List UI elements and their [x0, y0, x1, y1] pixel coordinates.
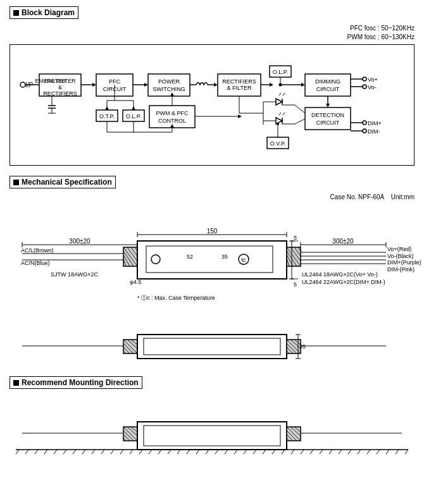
- svg-marker-89: [170, 124, 174, 128]
- svg-text:PWM & PFC: PWM & PFC: [156, 110, 189, 116]
- svg-text:5: 5: [294, 235, 297, 241]
- svg-line-192: [101, 450, 104, 454]
- svg-line-189: [73, 450, 76, 454]
- svg-marker-14: [92, 83, 96, 87]
- svg-line-219: [358, 450, 361, 454]
- svg-text:DIM-(Pink): DIM-(Pink): [387, 266, 415, 273]
- svg-text:150: 150: [207, 228, 218, 235]
- svg-text:35: 35: [299, 343, 306, 350]
- svg-text:UL2464 18AWG×2C(Vo+ Vo-): UL2464 18AWG×2C(Vo+ Vo-): [302, 271, 378, 278]
- svg-line-187: [54, 450, 57, 454]
- svg-text:tc: tc: [241, 257, 246, 263]
- mounting-diagram-svg: [9, 394, 415, 464]
- svg-line-224: [405, 450, 408, 454]
- svg-marker-64: [276, 118, 282, 124]
- svg-rect-112: [146, 246, 273, 273]
- mechanical-section: Mechanical Specification Case No. NPF-60…: [9, 176, 415, 366]
- svg-text:&  FILTER: & FILTER: [227, 85, 252, 91]
- svg-line-199: [168, 450, 171, 454]
- svg-marker-53: [326, 104, 330, 108]
- svg-point-113: [151, 255, 160, 264]
- mounting-section: Recommend Mounting Direction: [9, 376, 415, 464]
- svg-line-215: [320, 450, 323, 454]
- svg-line-203: [206, 450, 209, 454]
- svg-line-204: [215, 450, 218, 454]
- svg-text:POWER: POWER: [158, 78, 180, 85]
- svg-line-197: [149, 450, 152, 454]
- svg-line-185: [35, 450, 38, 454]
- svg-text:φ4.5: φ4.5: [130, 279, 141, 285]
- svg-text:DIM-: DIM-: [368, 128, 380, 135]
- mechanical-heading: Mechanical Specification: [9, 176, 116, 188]
- svg-rect-169: [144, 338, 280, 355]
- svg-text:DIMMING: DIMMING: [315, 78, 340, 85]
- svg-marker-93: [105, 106, 109, 110]
- svg-line-214: [310, 450, 313, 454]
- svg-line-193: [111, 450, 114, 454]
- svg-marker-100: [238, 114, 242, 118]
- svg-text:O.L.P.: O.L.P.: [126, 113, 141, 120]
- case-note: Case No. NPF-60A Unit:mm: [9, 194, 415, 200]
- svg-line-73: [295, 119, 305, 124]
- svg-line-220: [367, 450, 370, 454]
- svg-line-191: [92, 450, 95, 454]
- svg-line-188: [63, 450, 66, 454]
- svg-line-67: [283, 113, 285, 115]
- svg-point-77: [277, 123, 279, 125]
- svg-text:PFC: PFC: [109, 78, 121, 85]
- svg-text:EMI FILTER: EMI FILTER: [45, 78, 76, 84]
- svg-text:DIM+(Purple): DIM+(Purple): [387, 259, 421, 266]
- svg-rect-37: [305, 74, 351, 96]
- svg-point-0: [20, 82, 25, 87]
- svg-text:CONTROL: CONTROL: [158, 118, 186, 124]
- mount-icon: [13, 380, 19, 386]
- block-diagram-container: I/P EMI FILTER EMI FILTER & RECTIFIERS P…: [9, 44, 415, 166]
- mechanical-diagram-svg: tc 52 35 150 300±20 300±20: [9, 202, 415, 328]
- svg-line-209: [263, 450, 266, 454]
- svg-marker-30: [270, 83, 273, 87]
- svg-line-210: [272, 450, 275, 454]
- block-diagram-title: Block Diagram: [22, 8, 75, 17]
- svg-text:Vo-: Vo-: [368, 84, 377, 90]
- svg-line-223: [396, 450, 399, 454]
- mounting-heading: Recommend Mounting Direction: [9, 376, 142, 389]
- svg-line-217: [339, 450, 342, 454]
- svg-text:Vo+(Red): Vo+(Red): [387, 246, 411, 252]
- svg-marker-25: [214, 83, 218, 87]
- block-diagram-svg: I/P EMI FILTER EMI FILTER & RECTIFIERS P…: [16, 50, 409, 157]
- svg-text:O.T.P.: O.T.P.: [99, 113, 115, 120]
- svg-text:Vo-(Black): Vo-(Black): [387, 253, 414, 259]
- svg-line-216: [329, 450, 332, 454]
- svg-line-183: [16, 450, 19, 454]
- svg-marker-36: [301, 83, 305, 87]
- svg-line-222: [386, 450, 389, 454]
- svg-text:AC/L(Brown): AC/L(Brown): [21, 247, 54, 254]
- svg-text:SWITCHING: SWITCHING: [153, 86, 185, 92]
- svg-line-212: [291, 450, 294, 454]
- svg-rect-54: [305, 108, 351, 130]
- svg-line-194: [120, 450, 123, 454]
- svg-rect-234: [144, 426, 280, 446]
- svg-line-208: [253, 450, 256, 454]
- svg-marker-58: [276, 99, 282, 105]
- svg-text:UL2464 22AWG×2C(DIM+ DIM-): UL2464 22AWG×2C(DIM+ DIM-): [302, 279, 385, 285]
- svg-text:AC/N(Blue): AC/N(Blue): [21, 260, 50, 266]
- svg-text:Vo+: Vo+: [368, 77, 378, 83]
- svg-marker-96: [132, 106, 135, 110]
- svg-text:* ⓣc : Max. Case Temperature: * ⓣc : Max. Case Temperature: [137, 295, 215, 301]
- svg-text:52: 52: [187, 254, 193, 260]
- svg-rect-233: [137, 422, 287, 450]
- svg-text:DIM+: DIM+: [368, 120, 382, 126]
- svg-line-195: [130, 450, 133, 454]
- svg-rect-20: [148, 74, 190, 96]
- svg-text:300±20: 300±20: [332, 238, 354, 245]
- mech-icon: [13, 180, 19, 185]
- svg-text:CIRCUIT: CIRCUIT: [316, 120, 340, 126]
- svg-text:RECTIFIERS: RECTIFIERS: [222, 78, 256, 85]
- svg-marker-19: [144, 83, 148, 87]
- mechanical-title: Mechanical Specification: [22, 178, 112, 187]
- svg-text:RECTIFIERS: RECTIFIERS: [43, 90, 77, 97]
- svg-text:300±20: 300±20: [69, 238, 90, 245]
- side-view-svg: 35: [9, 328, 415, 366]
- svg-line-213: [301, 450, 304, 454]
